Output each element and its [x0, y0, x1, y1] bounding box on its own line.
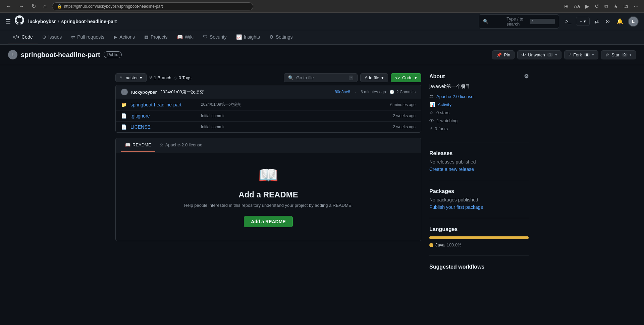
search-bar[interactable]: 🔍 Type / to search /: [479, 14, 559, 29]
favorites-button[interactable]: ★: [612, 2, 619, 11]
create-release-link[interactable]: Create a new release: [429, 167, 474, 172]
breadcrumb: luckyboybsr / springboot-headline-part: [28, 19, 117, 24]
settings-gear-icon[interactable]: ⚙: [524, 73, 529, 80]
commits-count-button[interactable]: 🕐 2 Commits: [389, 90, 416, 94]
nav-item-settings[interactable]: ⚙ Settings: [265, 30, 298, 44]
issues-nav-icon: ⊙: [42, 34, 46, 40]
star-label: Star: [611, 52, 620, 57]
code-button[interactable]: <> Code ▾: [391, 73, 421, 82]
actions-nav-icon: ▶: [114, 34, 117, 40]
commit-author-name[interactable]: luckyboybsr: [131, 90, 157, 95]
watching-icon: 👁: [429, 118, 434, 123]
repo-title: springboot-headline-part: [21, 51, 100, 59]
username-link[interactable]: luckyboybsr: [28, 19, 56, 24]
create-button[interactable]: + ▾: [576, 17, 590, 26]
file-icon: 📄: [121, 124, 127, 130]
license-item: ⚖ Apache-2.0 license: [429, 94, 529, 99]
more-button[interactable]: ⋯: [632, 2, 640, 11]
actions-nav-label: Actions: [119, 34, 135, 40]
commit-message: 2024/01/09第一次提交: [160, 89, 204, 95]
user-avatar[interactable]: L: [628, 16, 639, 27]
home-button[interactable]: ⌂: [41, 2, 49, 11]
stars-icon: ☆: [429, 110, 434, 115]
split-button[interactable]: ⧉: [603, 2, 609, 11]
nav-item-pullrequests[interactable]: ⇄ Pull requests: [66, 30, 109, 44]
languages-heading: Languages: [429, 226, 529, 232]
file-name-link[interactable]: LICENSE: [130, 124, 198, 130]
license-tab-icon: ⚖: [159, 142, 163, 147]
code-icon: <>: [395, 75, 400, 80]
branch-selector[interactable]: ⑂ master ▾: [115, 73, 147, 82]
license-tab[interactable]: ⚖ Apache-2.0 license: [155, 138, 207, 152]
notifications-button[interactable]: 🔔: [614, 16, 625, 27]
fork-caret: ▾: [592, 53, 594, 57]
packages-section: Packages No packages published Publish y…: [429, 188, 529, 218]
branch-count-link[interactable]: 1 Branch: [154, 75, 171, 80]
nav-item-insights[interactable]: 📈 Insights: [231, 30, 265, 44]
fork-icon: ⑂: [569, 52, 571, 57]
file-name-link[interactable]: .gitignore: [130, 113, 198, 119]
watching-count: 1 watching: [437, 118, 458, 123]
folder-icon: 📁: [121, 102, 127, 107]
pin-label: Pin: [504, 52, 510, 57]
github-logo[interactable]: [15, 15, 24, 27]
star-button[interactable]: ☆ Star 0 ▾: [601, 50, 636, 59]
readme-tab[interactable]: 📖 README: [121, 138, 155, 152]
publish-package-link[interactable]: Publish your first package: [429, 204, 483, 210]
breadcrumb-separator: /: [58, 19, 59, 24]
readme-tab-icon: 📖: [125, 142, 130, 147]
no-packages-text: No packages published: [429, 197, 529, 202]
pin-button[interactable]: 📌 Pin: [492, 50, 515, 59]
issues-icon[interactable]: ⊙: [603, 16, 612, 27]
nav-item-actions[interactable]: ▶ Actions: [109, 30, 140, 44]
search-icon: 🔍: [483, 19, 504, 24]
packages-heading: Packages: [429, 188, 529, 194]
pull-requests-icon[interactable]: ⇄: [592, 16, 601, 27]
fork-button[interactable]: ⑂ Fork 0 ▾: [564, 50, 598, 59]
repo-page-wrapper: L springboot-headline-part Public 📌 Pin …: [0, 45, 644, 295]
forward-button[interactable]: →: [17, 2, 26, 11]
license-link[interactable]: Apache-2.0 license: [436, 94, 474, 99]
readme-tabs: 📖 README ⚖ Apache-2.0 license: [116, 138, 421, 152]
tag-count-link[interactable]: 0 Tags: [179, 75, 192, 80]
nav-item-wiki[interactable]: 📖 Wiki: [172, 30, 198, 44]
security-nav-label: Security: [210, 34, 227, 40]
address-bar[interactable]: 🔒 https://github.com/luckyboybsr/springb…: [52, 2, 253, 10]
search-icon2: 🔍: [288, 75, 293, 80]
nav-item-security[interactable]: 🛡 Security: [198, 30, 231, 44]
topnav-actions: >_ + ▾ ⇄ ⊙ 🔔 L: [563, 16, 639, 27]
file-toolbar: ⑂ master ▾ ⑂ 1 Branch ◇ 0 Tags 🔍 Go to f…: [115, 73, 421, 82]
watch-button[interactable]: 👁 Unwatch 1 ▾: [517, 50, 561, 59]
terminal-button[interactable]: >_: [563, 16, 573, 27]
file-name-link[interactable]: springboot-headline-part: [130, 102, 198, 107]
file-time: 6 minutes ago: [390, 102, 416, 107]
commits-count-label: 2 Commits: [396, 90, 416, 94]
back-button[interactable]: ←: [4, 2, 13, 11]
reader-button[interactable]: Aa: [573, 2, 581, 10]
add-file-label: Add file: [365, 75, 379, 80]
activity-link[interactable]: Activity: [438, 102, 451, 107]
nav-item-projects[interactable]: ▦ Projects: [140, 30, 172, 44]
add-file-button[interactable]: Add file ▾: [360, 73, 388, 82]
play-button[interactable]: ▶: [584, 2, 591, 11]
nav-item-code[interactable]: </> Code: [8, 30, 38, 44]
nav-item-issues[interactable]: ⊙ Issues: [38, 30, 66, 44]
activity-item: 📊 Activity: [429, 102, 529, 107]
refresh-button[interactable]: ↻: [30, 2, 38, 11]
watch-count: 1: [547, 53, 553, 57]
fork-count: 0: [584, 53, 590, 57]
goto-file-button[interactable]: 🔍 Go to file t: [284, 73, 358, 82]
url-text: https://github.com/luckyboybsr/springboo…: [64, 4, 163, 9]
collections-button[interactable]: 🗂: [622, 2, 630, 10]
watch-icon: 👁: [522, 52, 526, 57]
branch-info: ⑂ 1 Branch ◇ 0 Tags: [149, 74, 192, 82]
commit-hash-link[interactable]: 80d8ac8: [335, 90, 350, 94]
file-commit-msg: Initial commit: [201, 125, 390, 129]
extensions-button[interactable]: ⊞: [563, 2, 570, 11]
rotate-button[interactable]: ↺: [593, 2, 600, 11]
projects-nav-icon: ▦: [144, 34, 149, 40]
hamburger-menu[interactable]: ☰: [5, 18, 11, 25]
pin-icon: 📌: [496, 52, 502, 57]
java-language-dot: [429, 243, 433, 247]
add-readme-button[interactable]: Add a README: [244, 216, 292, 227]
